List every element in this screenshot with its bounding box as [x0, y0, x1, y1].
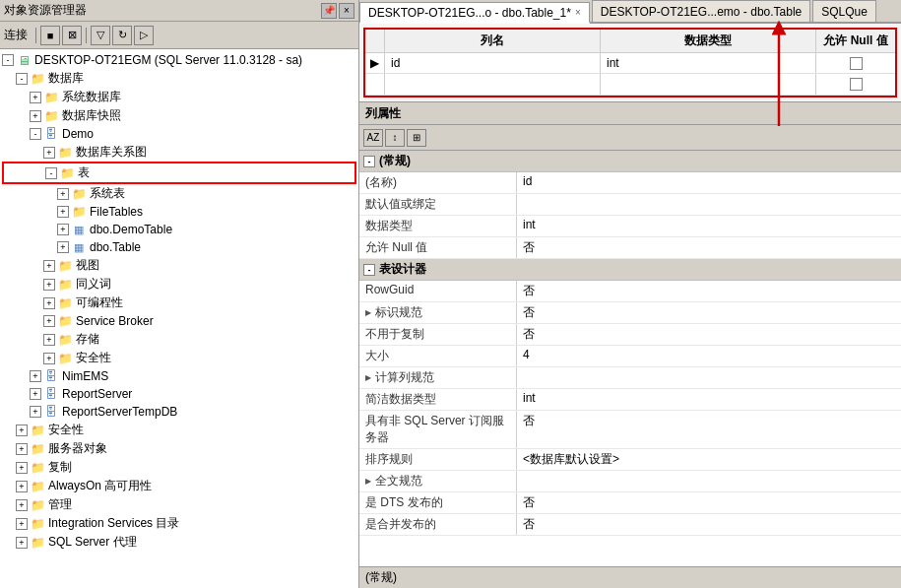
tree-item-synonyms[interactable]: + 📁 同义词	[2, 275, 356, 294]
props-row-computed[interactable]: ▶计算列规范	[359, 367, 901, 389]
props-label-non-sql: 具有非 SQL Server 订阅服务器	[359, 411, 517, 448]
tree-toggle-demo-table[interactable]: +	[57, 224, 69, 235]
tree-item-system-tables[interactable]: + 📁 系统表	[2, 184, 356, 203]
folder-icon-integration: 📁	[30, 516, 45, 532]
cell-type-id[interactable]: int	[601, 53, 816, 73]
tree-toggle-management[interactable]: +	[16, 499, 28, 511]
tree-toggle-databases[interactable]: -	[16, 73, 28, 85]
tree-toggle-snapshots[interactable]: +	[30, 110, 41, 122]
tree-toggle-root[interactable]: -	[2, 54, 14, 66]
tree-item-root[interactable]: - 🖥 DESKTOP-OT21EGM (SQL Server 11.0.312…	[2, 51, 356, 69]
tree-item-reportserver[interactable]: + 🗄 ReportServer	[2, 385, 356, 403]
tree-toggle-server-objects[interactable]: +	[16, 443, 28, 455]
tree-toggle-security-db[interactable]: +	[43, 353, 55, 364]
folder-icon-service-broker: 📁	[57, 313, 73, 329]
props-row-fulltext[interactable]: ▶全文规范	[359, 471, 901, 492]
tree-toggle-reportserver[interactable]: +	[30, 388, 41, 400]
tree-item-integration[interactable]: + 📁 Integration Services 目录	[2, 514, 356, 533]
props-section-toggle-general[interactable]: -	[363, 156, 375, 167]
tree-toggle-programmability[interactable]: +	[43, 297, 55, 309]
sep2	[86, 28, 87, 43]
tree-item-server-objects[interactable]: + 📁 服务器对象	[2, 439, 356, 458]
tree-toggle-integration[interactable]: +	[16, 518, 28, 530]
cell-name-empty[interactable]	[385, 74, 601, 95]
tree-item-databases[interactable]: - 📁 数据库	[2, 69, 356, 88]
tree-toggle-security-top[interactable]: +	[16, 425, 28, 436]
cell-null-id[interactable]	[816, 53, 895, 73]
tree-label-demo: Demo	[62, 127, 94, 141]
tab-sqlque[interactable]: SQLQue	[812, 0, 876, 22]
tree-toggle-reportservertempdb[interactable]: +	[30, 406, 41, 418]
tree-item-security-top[interactable]: + 📁 安全性	[2, 421, 356, 439]
checkbox-null-id[interactable]	[850, 57, 863, 70]
tree-toggle-sql-agent[interactable]: +	[16, 537, 28, 549]
tree-toggle-demo[interactable]: -	[30, 128, 41, 140]
props-btn-sort[interactable]: ↕	[385, 129, 405, 147]
folder-icon-security-db: 📁	[57, 351, 73, 366]
cell-name-id[interactable]: id	[385, 53, 601, 73]
tree-item-nimems[interactable]: + 🗄 NimEMS	[2, 367, 356, 385]
tree-item-demo[interactable]: - 🗄 Demo	[2, 125, 356, 143]
toolbar-btn-refresh[interactable]: ↻	[112, 26, 132, 45]
props-row-identity[interactable]: ▶标识规范 否	[359, 302, 901, 324]
tree-item-security-db[interactable]: + 📁 安全性	[2, 349, 356, 367]
tree-item-service-broker[interactable]: + 📁 Service Broker	[2, 312, 356, 330]
tree-item-programmability[interactable]: + 📁 可编程性	[2, 294, 356, 312]
pin-icon[interactable]: 📌	[321, 3, 337, 19]
props-btn-az[interactable]: AZ	[363, 129, 383, 147]
tree-item-tables[interactable]: - 📁 表	[2, 162, 356, 184]
tree-toggle-system-tables[interactable]: +	[57, 188, 69, 200]
tree-item-snapshots[interactable]: + 📁 数据库快照	[2, 106, 356, 125]
tree-toggle-service-broker[interactable]: +	[43, 315, 55, 327]
tree-item-views[interactable]: + 📁 视图	[2, 256, 356, 275]
tree-toggle-tables[interactable]: -	[45, 167, 57, 179]
tab-close-table1[interactable]: ×	[575, 7, 581, 18]
folder-icon-system-tables: 📁	[71, 186, 87, 202]
tree-toggle-dbo-table[interactable]: +	[57, 241, 69, 253]
tree-label-filetables: FileTables	[90, 205, 143, 219]
tree-label-security-top: 安全性	[48, 422, 84, 438]
tab-label-sqlque: SQLQue	[821, 5, 868, 19]
folder-icon-server-objects: 📁	[30, 441, 45, 457]
tree-toggle-alwayson[interactable]: +	[16, 481, 28, 492]
tree-toggle-nimems[interactable]: +	[30, 370, 41, 382]
tab-table1[interactable]: DESKTOP-OT21EG...o - dbo.Table_1* ×	[359, 2, 590, 24]
checkbox-null-empty[interactable]	[850, 78, 863, 91]
tree-toggle-storage[interactable]: +	[43, 334, 55, 346]
props-btn-grid[interactable]: ⊞	[407, 129, 426, 147]
props-section-general-header[interactable]: - (常规)	[359, 151, 901, 172]
tree-item-storage[interactable]: + 📁 存储	[2, 330, 356, 349]
tree-label-demo-table: dbo.DemoTable	[90, 223, 172, 236]
props-row-name: (名称) id	[359, 172, 901, 194]
tree-item-demo-table[interactable]: + ▦ dbo.DemoTable	[2, 221, 356, 238]
cell-type-empty[interactable]	[601, 74, 816, 95]
props-section-toggle-designer[interactable]: -	[363, 264, 375, 276]
tab-table2[interactable]: DESKTOP-OT21EG...emo - dbo.Table	[592, 0, 811, 22]
toolbar-btn-2[interactable]: ⊠	[62, 26, 82, 45]
tree-item-system-dbs[interactable]: + 📁 系统数据库	[2, 88, 356, 106]
tree-toggle-replication[interactable]: +	[16, 462, 28, 474]
col-null-header: 允许 Null 值	[816, 30, 895, 52]
tree-item-filetables[interactable]: + 📁 FileTables	[2, 203, 356, 221]
tree-item-replication[interactable]: + 📁 复制	[2, 458, 356, 477]
tree-item-dbo-table[interactable]: + ▦ dbo.Table	[2, 238, 356, 256]
tree-toggle-diagram[interactable]: +	[43, 147, 55, 159]
tree-toggle-filetables[interactable]: +	[57, 206, 69, 218]
tree-toggle-system-dbs[interactable]: +	[30, 92, 41, 103]
tree-item-sql-agent[interactable]: + 📁 SQL Server 代理	[2, 533, 356, 552]
close-icon[interactable]: ×	[339, 3, 354, 19]
tree-item-reportservertempdb[interactable]: + 🗄 ReportServerTempDB	[2, 403, 356, 421]
tree-item-diagram[interactable]: + 📁 数据库关系图	[2, 143, 356, 162]
cell-null-empty[interactable]	[816, 74, 895, 95]
toolbar-btn-filter[interactable]: ▽	[91, 26, 110, 45]
tree-item-management[interactable]: + 📁 管理	[2, 495, 356, 514]
tab-label-table1: DESKTOP-OT21EG...o - dbo.Table_1*	[368, 6, 571, 20]
tree-label-views: 视图	[76, 257, 99, 274]
toolbar-btn-1[interactable]: ■	[40, 26, 60, 45]
tree-toggle-views[interactable]: +	[43, 260, 55, 272]
props-section-designer-header[interactable]: - 表设计器	[359, 259, 901, 281]
toolbar-btn-new[interactable]: ▷	[134, 26, 154, 45]
tree-item-alwayson[interactable]: + 📁 AlwaysOn 高可用性	[2, 477, 356, 495]
table-row-id[interactable]: ▶ id int	[365, 53, 895, 74]
tree-toggle-synonyms[interactable]: +	[43, 279, 55, 291]
